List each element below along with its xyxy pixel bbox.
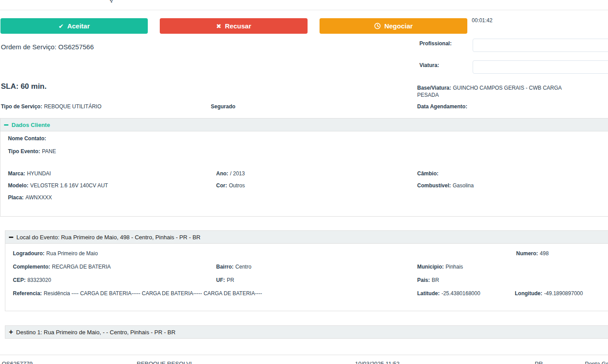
year-field: Ano:/ 2013	[216, 170, 245, 177]
x-icon: ✖	[216, 23, 221, 30]
reference-value: Residência ---- CARGA DE BATERIA----- CA…	[43, 290, 262, 297]
plate-field: Placa:AWNXXXX	[8, 194, 52, 201]
destination-panel-header[interactable]: + Destino 1: Rua Primeiro de Maio, - - C…	[5, 325, 608, 339]
longitude-label: Longitude:	[515, 290, 542, 297]
bottom-divider	[0, 355, 608, 355]
model-label: Modelo:	[8, 182, 28, 189]
client-data-panel-header[interactable]: Dados Cliente	[0, 118, 608, 131]
professional-label: Profissional:	[419, 40, 452, 47]
sla-text: SLA: 60 min.	[1, 82, 47, 91]
street-label: Logradouro:	[13, 250, 44, 257]
accept-button[interactable]: ✔ Aceitar	[0, 18, 148, 34]
latitude-value: -25.4380168000	[442, 290, 480, 297]
event-type-field: Tipo Evento:PANE	[8, 148, 56, 154]
refuse-button[interactable]: ✖ Recusar	[160, 18, 308, 34]
color-field: Cor:Outros	[216, 182, 245, 189]
service-type-value: REBOQUE UTILITÁRIO	[44, 103, 101, 110]
collapse-minus-icon	[4, 124, 8, 126]
client-data-panel-title: Dados Cliente	[12, 122, 50, 128]
zip-value: 83323020	[28, 277, 51, 283]
complement-field: Complemento:RECARGA DE BATERIA	[13, 264, 111, 270]
city-label: Municipio:	[417, 264, 444, 270]
fuel-label: Combustível:	[417, 182, 451, 189]
refuse-button-label: Recusar	[225, 22, 251, 30]
gearbox-label: Câmbio:	[417, 170, 438, 177]
countdown-timer: 00:01:42	[472, 17, 493, 24]
base-viatura-label: Base/Viatura:	[417, 85, 451, 91]
expand-plus-icon: +	[9, 330, 13, 334]
brand-field: Marca:HYUNDAI	[8, 170, 51, 177]
latitude-field: Latitude:-25.4380168000	[417, 290, 480, 297]
contact-name-field: Nome Contato:	[8, 135, 48, 142]
accept-button-label: Aceitar	[67, 22, 90, 30]
brand-label: Marca:	[8, 170, 25, 177]
clock-icon	[374, 23, 381, 29]
service-type-label: Tipo de Serviço:	[1, 103, 42, 110]
zip-label: CEP:	[13, 277, 26, 283]
plate-label: Placa:	[8, 194, 24, 201]
clipped-row-cell: REBOQUE RESOLVI	[137, 360, 192, 364]
schedule-date-label: Data Agendamento:	[417, 103, 467, 110]
vehicle-input[interactable]	[473, 60, 608, 74]
clipped-title-text: ç	[110, 0, 113, 3]
color-label: Cor:	[216, 182, 227, 189]
state-field: UF:PR	[216, 277, 234, 283]
base-viatura-field: Base/Viatura:GUINCHO CAMPOS GERAIS - CWB…	[417, 84, 564, 99]
clipped-row-cell: PR	[535, 360, 543, 364]
reference-field: Referencia:Residência ---- CARGA DE BATE…	[13, 290, 262, 297]
district-value: Centro	[235, 264, 251, 270]
insured-badge: Segurado	[211, 103, 235, 110]
model-field: Modelo:VELOSTER 1.6 16V 140CV AUT	[8, 182, 108, 189]
event-location-panel-header[interactable]: Local do Evento: Rua Primeiro de Maio, 4…	[5, 230, 608, 244]
year-value: / 2013	[230, 170, 245, 177]
brand-value: HYUNDAI	[27, 170, 51, 177]
order-number: Ordem de Serviço: OS6257566	[1, 43, 94, 51]
schedule-date-field: Data Agendamento:	[417, 103, 469, 110]
number-field: Numero:498	[516, 250, 549, 257]
vehicle-label: Viatura:	[419, 62, 439, 68]
negotiate-button-label: Negociar	[384, 22, 413, 30]
number-label: Numero:	[516, 250, 538, 257]
complement-value: RECARGA DE BATERIA	[52, 264, 111, 270]
client-data-panel-body	[0, 131, 608, 217]
latitude-label: Latitude:	[417, 290, 440, 297]
event-type-label: Tipo Evento:	[8, 148, 40, 154]
state-label: UF:	[216, 277, 225, 283]
complement-label: Complemento:	[13, 264, 50, 270]
destination-panel-title: Destino 1: Rua Primeiro de Maio, - - Cen…	[16, 329, 175, 336]
street-value: Rua Primeiro de Maio	[46, 250, 98, 257]
year-label: Ano:	[216, 170, 228, 177]
model-value: VELOSTER 1.6 16V 140CV AUT	[30, 182, 108, 189]
service-order-page: { "colors": { "accent_green": "#18bc9c",…	[0, 0, 608, 364]
street-field: Logradouro:Rua Primeiro de Maio	[13, 250, 98, 257]
state-value: PR	[227, 277, 234, 283]
longitude-field: Longitude:-49.1890897000	[515, 290, 583, 297]
reference-label: Referencia:	[13, 290, 42, 297]
zip-field: CEP:83323020	[13, 277, 51, 283]
event-type-value: PANE	[42, 148, 56, 154]
top-divider	[0, 10, 608, 10]
service-type-field: Tipo de Serviço:REBOQUE UTILITÁRIO	[1, 103, 102, 110]
color-value: Outros	[229, 182, 245, 189]
district-label: Bairro:	[216, 264, 233, 270]
event-location-panel-title: Local do Evento: Rua Primeiro de Maio, 4…	[16, 234, 201, 241]
country-label: Pais:	[417, 277, 430, 283]
fuel-value: Gasolina	[453, 182, 474, 189]
country-value: BR	[432, 277, 439, 283]
professional-input[interactable]	[473, 39, 608, 52]
clipped-row-cell: OS6257779	[2, 360, 32, 364]
fuel-field: Combustível:Gasolina	[417, 182, 474, 189]
district-field: Bairro:Centro	[216, 264, 251, 270]
clipped-row-cell: Ponta Grossa	[585, 360, 608, 364]
check-icon: ✔	[59, 23, 64, 30]
longitude-value: -49.1890897000	[544, 290, 583, 297]
city-value: Pinhais	[446, 264, 463, 270]
gearbox-field: Câmbio:	[417, 170, 440, 177]
city-field: Municipio:Pinhais	[417, 264, 463, 270]
contact-name-label: Nome Contato:	[8, 135, 46, 142]
plate-value: AWNXXXX	[25, 194, 52, 201]
negotiate-button[interactable]: Negociar	[320, 18, 467, 34]
number-value: 498	[540, 250, 549, 257]
clipped-row-cell: 10/03/2025 11:52	[355, 360, 399, 364]
country-field: Pais:BR	[417, 277, 439, 283]
